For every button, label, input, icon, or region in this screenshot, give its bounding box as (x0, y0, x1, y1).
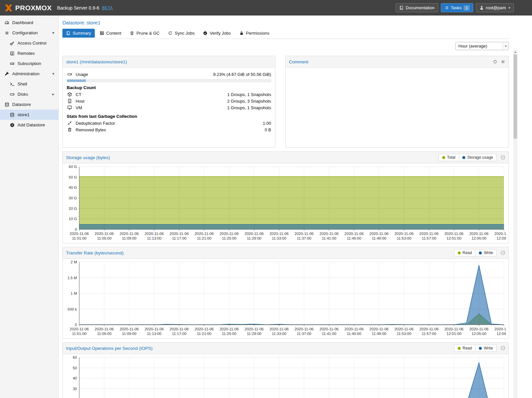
legend-item-read[interactable]: Read (454, 249, 476, 256)
chart-svg: 01020304050602020-11-0611:01:002020-11-0… (64, 355, 506, 398)
svg-text:11:45:00: 11:45:00 (347, 236, 361, 240)
svg-text:60: 60 (73, 355, 77, 359)
svg-text:2020-11-06: 2020-11-06 (120, 327, 139, 331)
sidebar-item-remotes[interactable]: Remotes (0, 48, 58, 58)
comment-panel-header: Comment (286, 56, 509, 68)
tab-sync-jobs[interactable]: Sync Jobs (164, 29, 198, 38)
collapse-icon[interactable] (501, 346, 505, 350)
svg-text:2020-11-06: 2020-11-06 (344, 327, 364, 331)
sidebar-item-label: Shell (18, 82, 27, 86)
stat-value: 1 Groups, 1 Snapshots (227, 92, 271, 97)
database-icon (9, 113, 15, 117)
building-icon (67, 99, 72, 103)
compress-icon (67, 121, 72, 125)
datastore-panel-body: Usage9.23% (4.67 GiB of 50.56 GiB)Backup… (63, 68, 275, 136)
chevron-right-icon[interactable]: ▸ (52, 92, 54, 96)
svg-text:11:29:00: 11:29:00 (247, 236, 262, 240)
svg-text:11:13:00: 11:13:00 (147, 332, 161, 336)
sidebar-item-shell[interactable]: Shell (0, 79, 58, 89)
chart-panel-header: Storage usage (bytes)TotalStorage usage (63, 152, 509, 163)
svg-text:11:05:00: 11:05:00 (97, 332, 112, 336)
tab-content[interactable]: Content (96, 29, 125, 38)
comment-content[interactable] (286, 68, 509, 74)
tab-label: Summary (73, 31, 91, 36)
sidebar-item-store1[interactable]: store1 (0, 110, 58, 120)
database-icon (4, 102, 10, 107)
beta-link[interactable]: BETA (102, 5, 113, 10)
scroll-up-arrow[interactable]: ▴ (513, 50, 517, 54)
svg-text:2020-11-06: 2020-11-06 (170, 327, 189, 331)
svg-text:11:57:00: 11:57:00 (422, 236, 436, 240)
svg-text:11:49:00: 11:49:00 (372, 236, 386, 240)
comment-panel-tools (493, 59, 505, 64)
tab-permissions[interactable]: Permissions (236, 29, 273, 38)
sidebar-item-administration[interactable]: Administration▾ (0, 69, 58, 79)
svg-text:2020-11-06: 2020-11-06 (320, 232, 339, 236)
sidebar-item-access-control[interactable]: Access Control (0, 38, 58, 48)
tab-label: Prune & GC (136, 31, 160, 36)
svg-text:20 G: 20 G (69, 207, 77, 211)
scrollbar-thumb[interactable] (514, 54, 517, 139)
sidebar-item-dashboard[interactable]: Dashboard (0, 17, 58, 28)
svg-text:11:21:00: 11:21:00 (197, 236, 211, 240)
svg-text:30: 30 (73, 387, 77, 391)
svg-text:2020-11-06: 2020-11-06 (320, 327, 339, 331)
user-menu-button[interactable]: root@pam ▾ (476, 3, 514, 12)
sidebar-item-datastore[interactable]: Datastore (0, 99, 58, 110)
sidebar-item-subscription[interactable]: Subscription (0, 58, 58, 69)
chart-panel-transfer-rate-bytes-second: Transfer Rate (bytes/second)ReadWrite050… (62, 247, 509, 339)
tab-summary[interactable]: Summary (62, 29, 95, 38)
sidebar-item-disks[interactable]: Disks▸ (0, 89, 58, 99)
sidebar-item-configuration[interactable]: Configuration▾ (0, 28, 58, 38)
chevron-down-icon[interactable]: ▾ (52, 72, 54, 76)
legend-item-write[interactable]: Write (475, 345, 496, 351)
chart-plot-area: 010 G20 G30 G40 G50 G60 G2020-11-0611:01… (63, 163, 509, 243)
chart-panel-input-output-operations-per-second-iops: Input/Output Operations per Second (IOPS… (62, 342, 509, 398)
check-circle-icon (203, 31, 207, 35)
legend-dot-icon (442, 156, 445, 159)
vertical-scrollbar[interactable]: ▴ (513, 50, 517, 398)
tab-prune-gc[interactable]: Prune & GC (126, 29, 163, 38)
comment-panel-title: Comment (289, 59, 308, 64)
gear-icon[interactable] (501, 59, 505, 64)
refresh-icon (168, 31, 172, 35)
svg-text:2020-11-06: 2020-11-06 (295, 327, 314, 331)
legend-item-total[interactable]: Total (439, 154, 459, 161)
legend-item-write[interactable]: Write (475, 249, 496, 256)
sidebar-item-label: store1 (18, 112, 29, 117)
legend-item-storage-usage[interactable]: Storage usage (459, 154, 496, 161)
svg-text:2020-11-06: 2020-11-06 (370, 327, 389, 331)
svg-text:11:17:00: 11:17:00 (172, 236, 187, 240)
reload-icon[interactable] (493, 59, 497, 64)
tasks-button[interactable]: Tasks 1 (441, 3, 473, 12)
book-icon (399, 6, 404, 10)
tab-verify-jobs[interactable]: Verify Jobs (199, 29, 234, 38)
time-range-select[interactable]: Hour (average) ▾ (455, 42, 509, 50)
collapse-icon[interactable] (501, 155, 505, 160)
sidebar-item-label: Dashboard (12, 20, 33, 25)
legend-item-read[interactable]: Read (454, 345, 476, 351)
stat-row-vm: VM1 Groups, 1 Snapshots (67, 104, 271, 111)
usage-progress-fill (67, 80, 86, 82)
svg-text:11:09:00: 11:09:00 (122, 332, 136, 336)
svg-text:50: 50 (73, 366, 77, 370)
svg-text:12:05:00: 12:05:00 (472, 236, 486, 240)
svg-text:2020-11-06: 2020-11-06 (70, 232, 89, 236)
svg-text:11:57:00: 11:57:00 (422, 332, 436, 336)
collapse-icon[interactable] (501, 250, 505, 255)
tab-label: Content (106, 31, 122, 36)
svg-text:0: 0 (75, 227, 77, 231)
legend-dot-icon (462, 156, 465, 159)
chevron-down-icon[interactable]: ▾ (52, 31, 54, 35)
documentation-button[interactable]: Documentation (396, 3, 438, 12)
svg-text:11:21:00: 11:21:00 (197, 332, 211, 336)
svg-text:11:29:00: 11:29:00 (247, 332, 262, 336)
time-range-value: Hour (average) (458, 44, 487, 49)
sidebar-item-add-datastore[interactable]: Add Datastore (0, 120, 58, 130)
svg-text:2020-11-06: 2020-11-06 (269, 232, 289, 236)
stat-value: 2 Groups, 3 Snapshots (227, 99, 271, 104)
svg-text:2020-11-06: 2020-11-06 (494, 327, 506, 331)
task-list-icon (444, 6, 449, 10)
app-version: Backup Server 0.9-6 (57, 5, 99, 11)
chart-toolbar: Hour (average) ▾ (62, 41, 509, 50)
